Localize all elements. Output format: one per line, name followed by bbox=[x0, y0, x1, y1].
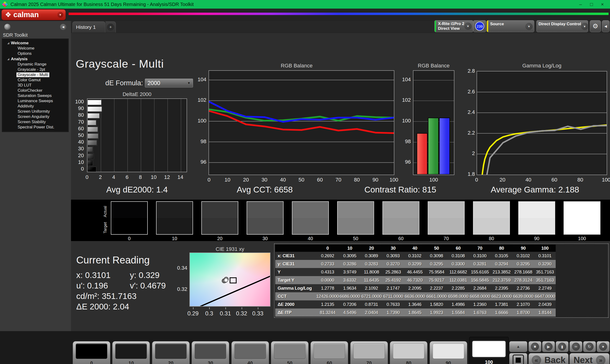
patch-button-10[interactable]: 10 bbox=[112, 341, 150, 364]
swatch-level-label: 50 bbox=[337, 236, 374, 241]
expander-icon: ◢ bbox=[7, 42, 9, 44]
sidebar-item-luminance-sweeps[interactable]: Luminance Sweeps bbox=[2, 98, 68, 104]
meter-dropdown[interactable]: X-Rite i1Pro 2 Direct View ▼ bbox=[434, 20, 473, 32]
cell-value: 0.3270 bbox=[382, 260, 404, 268]
patch-button-60[interactable]: 60 bbox=[311, 341, 348, 364]
loop-button[interactable]: ∞ bbox=[570, 341, 582, 352]
chevron-down-icon: ▼ bbox=[581, 23, 588, 30]
column-header: 10 bbox=[339, 245, 361, 252]
deltae-xtick: 14 bbox=[178, 174, 183, 180]
patch-button-50[interactable]: 50 bbox=[271, 341, 309, 364]
reading-row-col2: v': 0.4679 bbox=[130, 281, 166, 290]
tree-group-welcome[interactable]: ◢Welcome bbox=[2, 40, 68, 46]
sidebar-item-screen-angularity[interactable]: Screen Angularity bbox=[2, 114, 68, 119]
tree-group-analysis[interactable]: ◢Analysis bbox=[2, 56, 68, 62]
sidebar-item-spectral-power-dist-[interactable]: Spectral Power Dist. bbox=[2, 125, 68, 130]
maximize-button[interactable]: □ bbox=[590, 2, 593, 7]
patch-button-20[interactable]: 20 bbox=[152, 341, 190, 364]
cell-value: 1.8144 bbox=[534, 309, 556, 317]
tab-history-1[interactable]: History 1 bbox=[72, 21, 105, 33]
column-header: 60 bbox=[447, 245, 469, 252]
sidebar-item-screen-stability[interactable]: Screen Stability bbox=[2, 119, 68, 125]
minimize-button[interactable]: – bbox=[579, 2, 582, 7]
sidebar-item-screen-uniformity[interactable]: Screen Uniformity bbox=[2, 109, 68, 114]
gridline bbox=[181, 99, 181, 172]
patch-button-100[interactable]: 100 bbox=[469, 337, 509, 364]
swatch-50 bbox=[337, 201, 374, 235]
chevron-right-icon: » bbox=[596, 355, 606, 364]
sidebar-item-welcome[interactable]: Welcome bbox=[2, 46, 68, 51]
cell-value: 0.3295 bbox=[512, 260, 534, 268]
patch-button-40[interactable]: 40 bbox=[231, 341, 269, 364]
patch-button-30[interactable]: 30 bbox=[192, 341, 229, 364]
deltae-bar-10 bbox=[88, 160, 93, 166]
gamma-xtick: 80 bbox=[577, 177, 583, 183]
sidebar-item-colorchecker[interactable]: ColorChecker bbox=[2, 88, 68, 93]
column-header: 100 bbox=[534, 245, 556, 252]
rgbline-ytick: 100 bbox=[190, 118, 206, 124]
stat-avg-de2000: Avg dE2000: 1.4 bbox=[106, 185, 168, 195]
stop-button[interactable]: ■ bbox=[529, 341, 541, 352]
patch-button-90[interactable]: 90 bbox=[430, 341, 467, 364]
patch-up-button[interactable]: ▲ bbox=[509, 341, 527, 352]
next-button[interactable]: Next » bbox=[570, 353, 610, 364]
row-label: x: CIE31 bbox=[275, 252, 316, 260]
rgbline-xtick: 0 bbox=[208, 177, 210, 183]
pause-button[interactable]: ▮ bbox=[556, 341, 569, 352]
display-control-dropdown[interactable]: Direct Display Control ▼ bbox=[536, 20, 588, 32]
cie-xtick-mark bbox=[242, 307, 242, 309]
rgbline-ytick: 102 bbox=[190, 97, 206, 103]
sidebar-item-dynamic-range[interactable]: Dynamic Range bbox=[2, 62, 68, 67]
back-button[interactable]: « Back bbox=[529, 353, 569, 364]
patch-swatch bbox=[274, 343, 305, 359]
table-row: x: CIE310.26920.30950.30890.30930.31020.… bbox=[275, 252, 556, 260]
settings-button[interactable]: ⚙ bbox=[590, 20, 601, 32]
column-header: 40 bbox=[404, 245, 426, 252]
black-square-icon bbox=[513, 354, 524, 364]
patch-button-0[interactable]: 0 bbox=[73, 341, 110, 364]
deltae-bar-50 bbox=[88, 133, 98, 139]
cell-value: 1.7390 bbox=[382, 309, 404, 317]
refresh-icon: ↻ bbox=[585, 343, 594, 351]
cell-value: 6658.0000 bbox=[469, 292, 491, 300]
deltae-bar-80 bbox=[88, 113, 100, 118]
cell-value: 0.3286 bbox=[339, 260, 361, 268]
sidebar-item-grayscale-multi[interactable]: Grayscale - Multi bbox=[2, 72, 68, 78]
cell-value: 0.2692 bbox=[316, 252, 339, 260]
calman-menu-button[interactable]: ❖ calman ▼ bbox=[1, 9, 66, 20]
cell-value: 6711.0000 bbox=[382, 292, 404, 300]
sidebar-item-options[interactable]: Options bbox=[2, 51, 68, 56]
panel-collapse-button[interactable]: ◀ bbox=[602, 20, 610, 32]
cell-value: 75.9217 bbox=[426, 276, 447, 284]
deltae-ytick: 30 bbox=[69, 145, 84, 152]
patch-button-70[interactable]: 70 bbox=[350, 341, 388, 364]
source-dropdown[interactable]: Source ▼ bbox=[487, 20, 534, 32]
record-button[interactable]: ● bbox=[597, 341, 610, 352]
sphere-icon bbox=[4, 24, 11, 30]
sidebar-item-additivity[interactable]: Additivity bbox=[2, 104, 68, 109]
refresh-button[interactable]: ↻ bbox=[583, 341, 596, 352]
add-tab-button[interactable]: + bbox=[105, 21, 116, 33]
cell-value: 213.3852 bbox=[491, 268, 512, 276]
sidebar-item-3d-lut[interactable]: 3D LUT bbox=[2, 83, 68, 88]
custom-patch-button[interactable] bbox=[509, 353, 527, 364]
sidebar-item-grayscale-2pt[interactable]: Grayscale - 2pt bbox=[2, 67, 68, 72]
row-label: Gamma Log/Log bbox=[275, 284, 316, 292]
play-button[interactable]: ▶ bbox=[542, 341, 555, 352]
chevron-down-icon: ▼ bbox=[57, 12, 63, 18]
sidebar-item-saturation-sweeps[interactable]: Saturation Sweeps bbox=[2, 93, 68, 98]
cie-xtick: 0.31 bbox=[220, 310, 231, 317]
sidebar-collapse-button[interactable]: ◀ bbox=[60, 24, 66, 30]
stop-icon: ■ bbox=[531, 343, 539, 351]
sidebar-item-color-gamut[interactable]: Color Gamut bbox=[2, 78, 68, 83]
swatch-level-label: 30 bbox=[247, 236, 284, 241]
de-formula-select[interactable]: 2000 ▼ bbox=[145, 78, 193, 87]
close-button[interactable]: × bbox=[601, 2, 604, 7]
rgbbar-red bbox=[417, 133, 428, 175]
deltae-bar-40 bbox=[88, 140, 97, 145]
gamma-ytick: 2 bbox=[459, 150, 475, 156]
patch-button-80[interactable]: 80 bbox=[390, 341, 428, 364]
cell-value: 6721.0000 bbox=[361, 292, 382, 300]
column-header: 80 bbox=[491, 245, 512, 252]
gamma-xtick: 0 bbox=[475, 177, 478, 183]
